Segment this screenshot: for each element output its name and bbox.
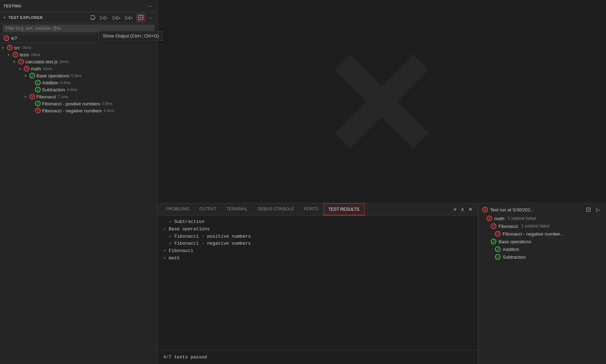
- result-item-fibonacci[interactable]: Fibonacci 1 subtest failed: [478, 222, 606, 230]
- output-area: PROBLEMS OUTPUT TERMINAL DEBUG CONSOLE P…: [158, 203, 478, 364]
- output-line-fibonacci: ✕ Fibonacci: [163, 247, 472, 255]
- status-row: 4/7 1.0s: [0, 34, 157, 43]
- tree-item-fib-positive[interactable]: Fibonacci - positive numbers 0.9ms: [0, 100, 157, 107]
- right-panel: PROBLEMS OUTPUT TERMINAL DEBUG CONSOLE P…: [158, 0, 606, 364]
- output-line-math: ✕ math: [163, 255, 472, 262]
- status-count: 4/7: [4, 35, 17, 41]
- tree-item-calculator[interactable]: ▾ calculator.test.js 16ms: [0, 58, 157, 65]
- calculator-status-icon: [18, 59, 24, 64]
- result-subtraction-status-icon: [495, 254, 501, 260]
- result-fib-status-icon: [491, 223, 496, 229]
- output-content: ✓ Subtraction ✓ Base operations ✓ Fibona…: [158, 216, 478, 350]
- tree-item-src[interactable]: ▾ src 16ms: [0, 44, 157, 51]
- tree-item-fibonacci[interactable]: ▾ Fibonacci 7.1ms: [0, 93, 157, 100]
- src-status-icon: [7, 45, 13, 50]
- test-explorer-header: ▼ TEST EXPLORER ▷▷ ▷▷ ▷▷: [0, 12, 157, 23]
- result-item-addition[interactable]: Addition: [478, 245, 606, 253]
- panel-title: TESTING: [4, 4, 21, 8]
- filter-row: [0, 23, 157, 34]
- test-run-open-button[interactable]: [585, 206, 592, 213]
- section-title: TEST EXPLORER: [8, 15, 43, 20]
- tree-item-tests[interactable]: ▾ tests 16ms: [0, 51, 157, 58]
- result-item-subtraction[interactable]: Subtraction: [478, 253, 606, 261]
- addition-status-icon: [35, 80, 41, 85]
- collapse-panel-button[interactable]: ∧: [459, 205, 466, 213]
- more-tests-button[interactable]: ···: [147, 14, 154, 21]
- test-run-status-icon: [482, 207, 488, 212]
- vscode-background: [158, 0, 606, 203]
- tab-terminal[interactable]: TERMINAL: [221, 203, 253, 216]
- close-panel-button[interactable]: ✕: [467, 205, 474, 213]
- bottom-panel: PROBLEMS OUTPUT TERMINAL DEBUG CONSOLE P…: [158, 203, 606, 364]
- tab-ports[interactable]: PORTS: [299, 203, 323, 216]
- test-results-list: Test run at 5/30/202... ▷: [478, 203, 606, 364]
- timing-label: 1.0s: [140, 36, 154, 41]
- result-addition-status-icon: [495, 246, 501, 252]
- run-continuous-button[interactable]: ▷▷: [124, 14, 135, 21]
- section-header-actions: ▷▷ ▷▷ ▷▷ ···: [89, 14, 154, 21]
- run-all-tests-button[interactable]: ▷▷: [98, 14, 110, 21]
- fib-positive-status-icon: [35, 101, 41, 106]
- test-run-play-button[interactable]: ▷: [594, 206, 602, 214]
- run-coverage-button[interactable]: ▷▷: [111, 14, 122, 21]
- tab-problems[interactable]: PROBLEMS: [161, 203, 194, 216]
- testing-header-actions: ···: [146, 2, 154, 10]
- result-item-test-run[interactable]: Test run at 5/30/202... ▷: [478, 205, 606, 215]
- result-item-fib-negative[interactable]: Fibonacci - negative number...: [478, 230, 606, 238]
- testing-header: TESTING ···: [0, 0, 157, 12]
- result-math-status-icon: [487, 216, 492, 221]
- filter-lines-button[interactable]: ≡: [447, 205, 458, 213]
- output-line-fib-positive: ✓ Fibonacci - positive numbers: [163, 233, 472, 240]
- math-status-icon: [24, 66, 29, 71]
- output-line-subtraction: ✓ Subtraction: [163, 218, 472, 226]
- tests-status-icon: [13, 52, 18, 57]
- result-fib-neg-status-icon: [495, 231, 501, 237]
- output-summary: 4/7 tests passed: [158, 350, 478, 364]
- tree-item-fib-negative[interactable]: Fibonacci - negative numbers 4.3ms: [0, 107, 157, 114]
- fibonacci-status-icon: [29, 94, 35, 99]
- tab-test-results[interactable]: TEST RESULTS: [323, 203, 365, 216]
- more-options-button[interactable]: ···: [146, 2, 154, 10]
- test-explorer-panel: TESTING ··· ▼ TEST EXPLORER ▷▷: [0, 0, 158, 364]
- test-results-side-panel: Test run at 5/30/202... ▷: [478, 203, 606, 364]
- subtraction-status-icon: [35, 87, 41, 92]
- fib-negative-status-icon: [35, 108, 41, 113]
- tab-actions: ≡ ∧ ✕: [447, 205, 474, 213]
- error-status-icon: [4, 35, 9, 41]
- count-label: 4/7: [11, 36, 17, 41]
- tab-debug-console[interactable]: DEBUG CONSOLE: [253, 203, 299, 216]
- tree-item-addition[interactable]: Addition 0.8ms: [0, 79, 157, 86]
- tree-item-math[interactable]: ▾ math 16ms: [0, 65, 157, 72]
- tab-output[interactable]: OUTPUT: [194, 203, 221, 216]
- refresh-tests-button[interactable]: [89, 14, 97, 21]
- tabs-row: PROBLEMS OUTPUT TERMINAL DEBUG CONSOLE P…: [158, 203, 478, 216]
- result-item-math[interactable]: math 1 subtest failed: [478, 215, 606, 222]
- output-line-base-ops: ✓ Base operations: [163, 226, 472, 233]
- base-ops-status-icon: [29, 73, 35, 78]
- result-base-ops-status-icon: [491, 239, 496, 244]
- test-tree: ▾ src 16ms ▾ tests 16ms ▾ calculator.tes…: [0, 43, 157, 364]
- show-output-button[interactable]: [136, 14, 145, 21]
- result-item-base-operations[interactable]: Base operations: [478, 238, 606, 245]
- filter-input[interactable]: [3, 24, 154, 32]
- tree-item-base-operations[interactable]: ▾ Base operations 5.0ms: [0, 72, 157, 79]
- tree-item-subtraction[interactable]: Subtraction 0.6ms: [0, 86, 157, 93]
- output-line-fib-negative: ✕ Fibonacci - negative numbers: [163, 240, 472, 247]
